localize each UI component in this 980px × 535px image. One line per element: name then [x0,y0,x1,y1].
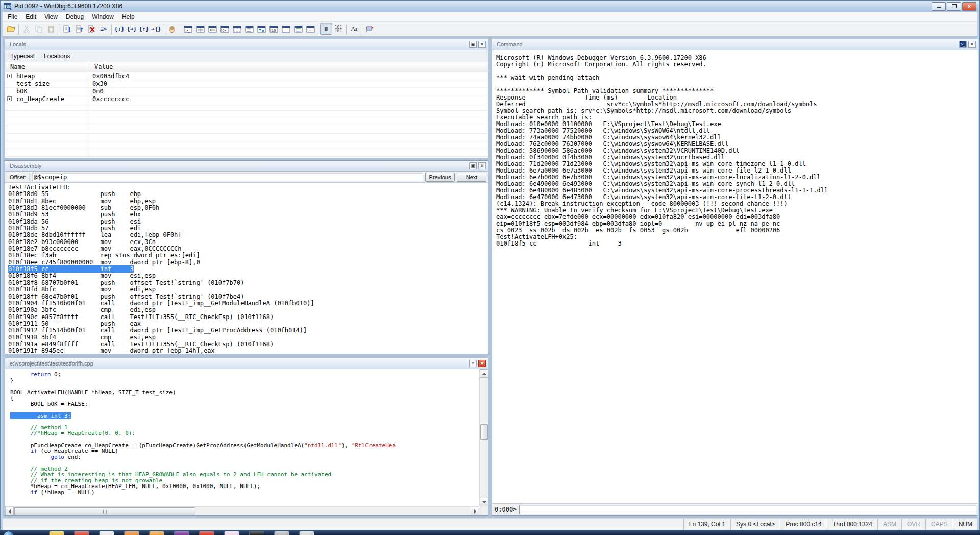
disassembly-line[interactable]: 010f18db 57 push edi [8,225,488,232]
taskbar-app-icon[interactable] [224,531,239,535]
menu-file[interactable]: File [4,12,21,21]
locals-row[interactable] [5,118,488,126]
maximize-button[interactable] [947,2,961,11]
open-source-file-icon[interactable] [5,23,17,35]
disassembly-line[interactable]: 010f191f 8945ec mov dword ptr [ebp-14h],… [8,348,488,354]
registers-window-icon[interactable]: 0x [218,23,231,35]
locals-col-value[interactable]: Value [89,62,113,72]
next-button[interactable]: Next [457,173,486,182]
disassembly-window-icon[interactable] [255,23,267,35]
tab-typecast[interactable]: Typecast [10,53,35,60]
locals-title-bar[interactable]: Locals ▣ ✕ [5,39,488,50]
taskbar-app-icon[interactable] [49,531,64,535]
source-window-icon[interactable] [292,23,304,35]
source-code[interactable]: return 0;} BOOL ActivateLFH(HANDLE *hHea… [5,369,479,506]
source-line[interactable]: BOOL bOK = FALSE; [10,401,479,407]
disassembly-line[interactable]: 010f1918 3bf4 cmp esi,esp [8,334,488,341]
command-output[interactable]: Microsoft (R) Windows Debugger Version 6… [492,50,978,503]
disassembly-line[interactable]: 010f18f6 8bf4 mov esi,esp [8,273,488,279]
break-icon[interactable] [166,23,178,35]
command-browser-window-icon[interactable]: > [304,23,316,35]
tab-locations[interactable]: Locations [44,53,70,60]
vertical-scroll-thumb[interactable] [480,424,488,440]
step-into-icon[interactable]: {↓} [113,23,126,35]
previous-button[interactable]: Previous [425,173,455,182]
locals-row[interactable] [5,103,488,111]
close-button[interactable]: × [962,2,976,11]
disassembly-line[interactable]: 010f191a e849f8ffff call Test!ILT+355(__… [8,341,488,348]
disassembly-line[interactable]: 010f18d1 8bec mov ebp,esp [8,198,488,205]
source-close-icon[interactable]: ✕ [478,360,486,367]
source-mode-toggle-icon[interactable]: ≣ [320,23,332,35]
processes-window-icon[interactable] [280,23,292,35]
disassembly-current-line[interactable]: 010f18f5 cc int 3 [8,266,488,273]
source-line[interactable] [10,407,479,413]
source-line[interactable] [10,460,479,466]
disassembly-dock-icon[interactable]: ▣ [469,162,477,169]
assembly-options-icon[interactable]: 101101 [332,23,345,35]
source-line[interactable]: __asm int 3; [10,413,479,419]
source-line[interactable]: if (*hHeap == NULL) [10,490,479,496]
taskbar-app-icon[interactable] [274,531,289,535]
command-title-bar[interactable]: Command >_ ✕ [492,39,978,50]
disassembly-line[interactable]: 010f190a 3bfc cmp edi,esp [8,307,488,313]
call-stack-window-icon[interactable] [243,23,255,35]
locals-row[interactable] [5,149,488,157]
disassembly-line[interactable]: 010f18ec f3ab rep stos dword ptr es:[edi… [8,252,488,259]
horizontal-scroll-thumb[interactable] [14,507,195,515]
disassembly-line[interactable]: 010f190c e857f8ffff call Test!ILT+355(__… [8,314,488,321]
menu-edit[interactable]: Edit [21,12,40,21]
disassembly-line[interactable]: Test!ActivateLFH: [8,184,488,191]
paste-icon[interactable] [45,23,57,35]
source-line[interactable]: goto end; [10,454,479,460]
locals-row[interactable] [5,111,488,118]
restart-icon[interactable] [73,23,85,35]
disassembly-line[interactable]: 010f18dc 8dbd10ffffff lea edi,[ebp-0F0h] [8,232,488,238]
source-horizontal-scrollbar[interactable] [5,506,479,515]
menu-debug[interactable]: Debug [62,12,88,21]
source-line[interactable]: //*hHeap = HeapCreate(0, 0, 0); [10,430,479,436]
offset-input[interactable] [32,173,423,181]
command-console-icon[interactable]: >_ [959,41,967,48]
command-close-icon[interactable]: ✕ [968,41,976,48]
taskbar-app-icon[interactable] [174,531,189,535]
taskbar-app-icon[interactable] [124,531,139,535]
start-button[interactable] [3,531,14,535]
locals-row[interactable] [5,126,488,134]
menu-window[interactable]: Window [88,12,118,21]
run-to-cursor-icon[interactable]: →{} [150,23,162,35]
disassembly-line[interactable]: 010f18d0 55 push ebp [8,191,488,198]
locals-window-icon[interactable] [206,23,218,35]
menu-view[interactable]: View [40,12,62,21]
command-window-icon[interactable]: >_ [182,23,194,35]
disassembly-line[interactable]: 010f1912 ff1514b00f01 call dword ptr [Te… [8,327,488,334]
disassembly-line[interactable]: 010f18e2 b93c000000 mov ecx,3Ch [8,239,488,246]
disassembly-title-bar[interactable]: Disassembly ▣ ✕ [5,161,488,172]
disassembly-close-icon[interactable]: ✕ [478,162,486,169]
locals-row[interactable] [5,157,488,158]
scroll-left-arrow-icon[interactable] [5,507,14,515]
locals-row[interactable]: hHeap0x003dfbc4 [5,72,488,80]
disassembly-line[interactable]: 010f18ee c745f800000000 mov dword ptr [e… [8,259,488,266]
source-file-icon[interactable]: ≡ [469,360,477,367]
disassembly-line[interactable]: 010f1911 50 push eax [8,321,488,327]
disassembly-line[interactable]: 010f18d3 81ecf0000000 sub esp,0F0h [8,205,488,211]
locals-row[interactable]: test_size0x30 [5,80,488,88]
go-icon[interactable] [61,23,73,35]
scroll-right-arrow-icon[interactable] [471,507,479,515]
disassembly-line[interactable]: 010f18ff 68e47b0f01 push offset Test!`st… [8,294,488,300]
expand-icon[interactable] [7,96,12,101]
taskbar-app-icon[interactable] [299,531,314,535]
source-line[interactable] [10,419,479,425]
windows-taskbar[interactable] [0,530,980,535]
taskbar-app-icon[interactable] [149,531,164,535]
options-icon[interactable] [364,23,376,35]
memory-window-icon[interactable] [231,23,243,35]
scroll-up-arrow-icon[interactable] [480,369,488,378]
watch-window-icon[interactable] [194,23,206,35]
locals-row[interactable] [5,134,488,141]
locals-row[interactable]: co_HeapCreate0xcccccccc [5,95,488,103]
expand-icon[interactable] [7,74,12,78]
locals-dock-icon[interactable]: ▣ [469,41,477,48]
source-vertical-scrollbar[interactable] [479,369,488,506]
